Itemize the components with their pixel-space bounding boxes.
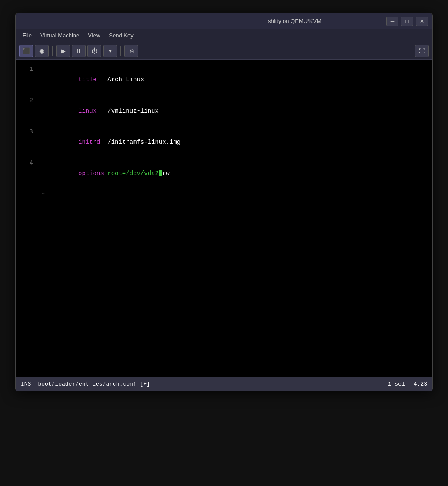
usb-button[interactable]: ⎘ — [124, 45, 138, 57]
power-button[interactable]: ⏻ — [87, 45, 101, 57]
statusbar: INS boot/loader/entries/arch.conf [+] 1 … — [16, 377, 432, 391]
line-4-content: options root=/dev/vda2rw — [42, 158, 170, 189]
menubar: File Virtual Machine View Send Key — [16, 29, 432, 42]
close-button[interactable]: ✕ — [416, 17, 428, 26]
light-icon: ◉ — [39, 47, 44, 54]
table-row: 1 title Arch Linux — [16, 64, 432, 95]
toolbar-separator-2 — [120, 46, 121, 56]
line-number-2: 2 — [20, 95, 33, 106]
file-path: boot/loader/entries/arch.conf [+] — [38, 381, 388, 387]
text-editor[interactable]: 1 title Arch Linux 2 linux /vmlinuz-linu… — [16, 60, 432, 377]
keyword-initrd: initrd — [78, 139, 100, 146]
value-options-green: root=/dev/vda2 — [104, 170, 159, 177]
line-number-1: 1 — [20, 64, 33, 74]
editor-content[interactable]: 1 title Arch Linux 2 linux /vmlinuz-linu… — [16, 60, 432, 391]
monitor-icon: ⬛ — [23, 47, 30, 54]
chevron-down-icon: ▾ — [109, 47, 112, 54]
power-icon: ⏻ — [91, 47, 97, 54]
menu-view[interactable]: View — [84, 31, 104, 40]
table-row: 4 options root=/dev/vda2rw — [16, 158, 432, 189]
fullscreen-icon: ⛶ — [419, 47, 425, 54]
toolbar-separator-1 — [52, 46, 53, 56]
window-controls: ─ □ ✕ — [386, 17, 428, 26]
menu-virtual-machine[interactable]: Virtual Machine — [37, 31, 83, 40]
value-linux: /vmlinuz-linux — [97, 107, 159, 114]
cursor-position: 1 sel — [388, 381, 405, 387]
tilde-line: ~ — [16, 189, 432, 200]
keyword-title: title — [78, 76, 97, 83]
maximize-button[interactable]: □ — [401, 17, 413, 26]
pause-button[interactable]: ⏸ — [72, 45, 86, 57]
menu-file[interactable]: File — [19, 31, 35, 40]
keyword-options: options — [78, 170, 104, 177]
minimize-button[interactable]: ─ — [386, 17, 398, 26]
table-row: 3 initrd /initramfs-linux.img — [16, 126, 432, 158]
line-3-content: initrd /initramfs-linux.img — [42, 126, 181, 158]
pause-icon: ⏸ — [76, 47, 82, 54]
editor-mode: INS — [21, 381, 31, 387]
file-time: 4:23 — [414, 381, 427, 387]
table-row: 2 linux /vmlinuz-linux — [16, 95, 432, 126]
line-2-content: linux /vmlinuz-linux — [42, 95, 159, 126]
status-right: 1 sel 4:23 — [388, 381, 427, 387]
value-title: Arch Linux — [97, 76, 144, 83]
usb-icon: ⎘ — [130, 47, 133, 54]
text-cursor — [159, 170, 162, 176]
fullscreen-button[interactable]: ⛶ — [415, 45, 429, 57]
value-initrd: /initramfs-linux.img — [100, 139, 181, 146]
toolbar: ⬛ ◉ ▶ ⏸ ⏻ ▾ ⎘ ⛶ — [16, 42, 432, 60]
monitor-button[interactable]: ⬛ — [19, 45, 33, 57]
keyword-linux: linux — [78, 107, 97, 114]
play-button[interactable]: ▶ — [56, 45, 70, 57]
menu-send-key[interactable]: Send Key — [105, 31, 137, 40]
line-number-3: 3 — [20, 126, 33, 137]
main-window: shitty on QEMU/KVM ─ □ ✕ File Virtual Ma… — [15, 13, 433, 391]
dropdown-button[interactable]: ▾ — [103, 45, 117, 57]
window-title: shitty on QEMU/KVM — [203, 18, 386, 24]
tilde-char: ~ — [42, 189, 45, 200]
titlebar: shitty on QEMU/KVM ─ □ ✕ — [16, 13, 432, 29]
line-1-content: title Arch Linux — [42, 64, 144, 95]
play-icon: ▶ — [61, 47, 66, 54]
value-options-rw: rw — [162, 170, 170, 177]
light-button[interactable]: ◉ — [35, 45, 49, 57]
line-number-4: 4 — [20, 158, 33, 168]
